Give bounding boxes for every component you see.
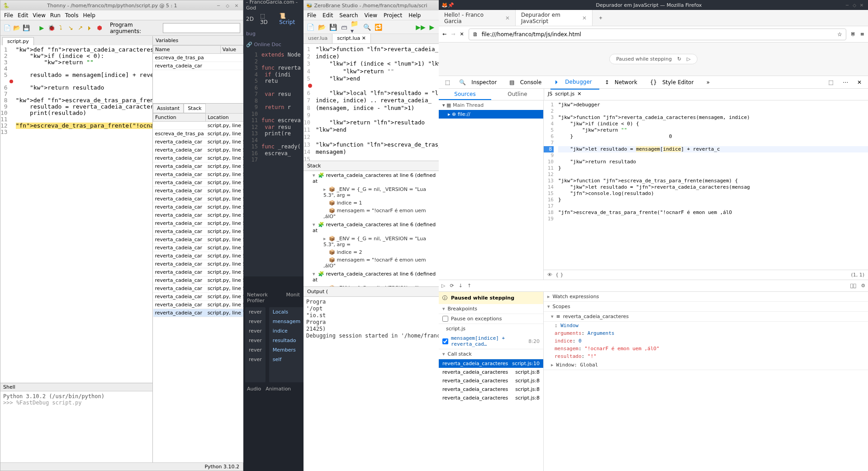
- pick-icon[interactable]: ⬚: [441, 77, 454, 87]
- step-out-icon[interactable]: ↗: [76, 24, 84, 33]
- back-icon[interactable]: ←: [442, 31, 446, 37]
- scopes-header[interactable]: ▾Scopes: [544, 302, 868, 312]
- stack-tab[interactable]: Stack: [184, 104, 205, 113]
- callstack-header[interactable]: ▾Call stack: [439, 349, 543, 359]
- step-into-icon[interactable]: ↘: [67, 24, 75, 33]
- menu-file[interactable]: File: [307, 12, 316, 19]
- col-function[interactable]: Function: [153, 114, 206, 122]
- new-icon[interactable]: 📄: [305, 22, 315, 32]
- tab-3d[interactable]: ⬚ 3D: [260, 13, 273, 25]
- tab-debugger[interactable]: ⏵ Debugger: [550, 75, 599, 90]
- progargs-input[interactable]: [163, 23, 240, 33]
- settings-icon[interactable]: ⚙: [861, 283, 865, 289]
- close-icon[interactable]: ✕: [854, 77, 865, 87]
- tab-console[interactable]: ▤ Console: [506, 76, 549, 89]
- stop-icon[interactable]: ⬢: [96, 24, 104, 33]
- source-file-tab[interactable]: JSscript.js✕: [544, 89, 675, 100]
- pause-exceptions[interactable]: Pause on exceptions: [439, 314, 543, 324]
- menu-file[interactable]: File: [4, 12, 13, 19]
- godot-titlebar[interactable]: - FrancoGarcia.com - God: [243, 0, 304, 10]
- close-icon[interactable]: ✕: [582, 15, 587, 21]
- close-icon[interactable]: ✕: [858, 2, 865, 8]
- close-icon[interactable]: ✕: [577, 91, 581, 98]
- pin-icon[interactable]: 📌: [448, 2, 454, 8]
- editor-code[interactable]: "lkw">function "lfn">reverta_cadeia_cara…: [314, 44, 439, 161]
- col-location[interactable]: Location: [206, 114, 243, 122]
- close-icon[interactable]: ✕: [362, 35, 366, 41]
- step-in-icon[interactable]: ↓: [459, 283, 463, 289]
- menu-project[interactable]: Project: [384, 12, 402, 19]
- breakpoint-row[interactable]: mensagem[indice] + reverta_cad…8:20: [439, 333, 543, 349]
- open-icon[interactable]: 📂: [13, 24, 20, 33]
- browser-tab[interactable]: Hello! - Franco Garcia✕: [439, 10, 516, 26]
- tab-userlua[interactable]: user.lua: [304, 34, 332, 43]
- pocket-icon[interactable]: ⛨: [851, 31, 856, 37]
- tab-network[interactable]: ↕ Network: [601, 76, 645, 89]
- profiler-tab[interactable]: Network Profiler: [247, 292, 281, 304]
- subtab-sources[interactable]: Sources: [439, 89, 491, 100]
- tab-inspector[interactable]: 🔍 Inspector: [455, 76, 504, 89]
- zbs-titlebar[interactable]: 🐝 ZeroBrane Studio - /home/franco/tmp/lu…: [304, 0, 439, 10]
- debugger-editor[interactable]: 12345678910111213141516171819 "jkw">debu…: [544, 100, 868, 270]
- watch-header[interactable]: ▸Watch expressions: [544, 292, 868, 302]
- menu-search[interactable]: Search: [339, 12, 358, 19]
- braces-icon[interactable]: { }: [555, 272, 564, 278]
- url-input[interactable]: 🗎 file:///home/franco/tmp/js/index.html …: [469, 29, 846, 40]
- breakpoints-header[interactable]: ▾Breakpoints: [439, 304, 543, 314]
- run-icon[interactable]: ▶: [38, 24, 46, 33]
- editor-code[interactable]: "kw">def "fn">reverta_cadeia_caracteres(…: [16, 45, 152, 383]
- find-icon[interactable]: 🔍: [362, 22, 372, 32]
- step-out-icon[interactable]: ↑: [467, 283, 471, 289]
- online-docs[interactable]: 🔗 Online Doc: [246, 42, 281, 48]
- thonny-titlebar[interactable]: 🐍 Thonny - /home/franco/tmp/python/scrip…: [0, 0, 243, 10]
- col-name[interactable]: Name: [153, 46, 221, 54]
- zbs-stack[interactable]: ▾🧩 reverta_cadeia_caracteres at line 6 (…: [304, 171, 439, 286]
- maximize-icon[interactable]: ◇: [851, 2, 858, 8]
- bookmark-icon[interactable]: ☆: [837, 31, 842, 38]
- debug-icon[interactable]: 🐞: [47, 24, 55, 33]
- close-icon[interactable]: ✕: [233, 2, 240, 9]
- minimize-icon[interactable]: ─: [844, 2, 851, 8]
- callstack-list[interactable]: reverta_cadeia_caracteresscript.js:10rev…: [439, 359, 543, 402]
- godot-editor[interactable]: 1extends Node2 3func reverta4 if (indi5 …: [243, 50, 304, 165]
- replace-icon[interactable]: 🔁: [373, 22, 383, 32]
- tab-styleeditor[interactable]: {} Style Editor: [646, 76, 701, 89]
- open-icon[interactable]: 📂: [317, 22, 327, 32]
- close-icon[interactable]: ✕: [505, 15, 510, 21]
- menu-view[interactable]: View: [365, 12, 377, 19]
- editor-tab[interactable]: script.py: [2, 37, 34, 45]
- menu-icon[interactable]: ⋯: [839, 77, 852, 87]
- anim-tab[interactable]: Animation: [266, 386, 291, 392]
- eye-icon[interactable]: 👁: [547, 272, 552, 278]
- folder-icon[interactable]: 📁▾: [351, 22, 360, 32]
- run-icon[interactable]: ▶▶: [416, 22, 426, 32]
- pause-checkbox[interactable]: [442, 316, 448, 322]
- save-icon[interactable]: 💾: [23, 24, 30, 33]
- subtab-outline[interactable]: Outline: [491, 89, 544, 100]
- resume-icon[interactable]: ▷: [687, 56, 690, 62]
- new-tab-button[interactable]: ＋: [593, 10, 609, 26]
- audio-tab[interactable]: Audio: [247, 386, 261, 392]
- resume-icon[interactable]: ▷: [441, 283, 445, 289]
- browser-tab[interactable]: Depurador em JavaScript✕: [516, 10, 593, 26]
- minimize-icon[interactable]: ─: [215, 2, 222, 9]
- menu-edit[interactable]: Edit: [18, 12, 28, 19]
- menu-icon[interactable]: ≡: [860, 31, 864, 37]
- tree-item[interactable]: ▸ ⊕ file://: [439, 110, 543, 119]
- dock-icon[interactable]: ⬚: [825, 77, 837, 87]
- menu-view[interactable]: View: [33, 12, 45, 19]
- bp-checkbox[interactable]: [442, 338, 448, 344]
- editor-code[interactable]: "jkw">debugger "jkw">function "jfn">reve…: [556, 100, 868, 270]
- resume-icon[interactable]: ⏵: [86, 24, 94, 33]
- maximize-icon[interactable]: ◇: [224, 2, 231, 9]
- more-icon[interactable]: »: [703, 77, 713, 87]
- col-value[interactable]: Value: [220, 46, 243, 54]
- godot-stack[interactable]: reverreverreverreverreverrever: [245, 307, 266, 382]
- tab-script[interactable]: 📜 Script: [279, 13, 301, 25]
- saveall-icon[interactable]: 🗃: [339, 22, 349, 32]
- thonny-editor[interactable]: 12345678910111213 "kw">def "fn">reverta_…: [0, 45, 152, 383]
- menu-tools[interactable]: Tools: [65, 12, 79, 19]
- tab-2d[interactable]: 2D: [246, 16, 254, 22]
- noeye-icon[interactable]: 👁⃠: [850, 283, 856, 289]
- assistant-tab[interactable]: Assistant: [153, 104, 184, 113]
